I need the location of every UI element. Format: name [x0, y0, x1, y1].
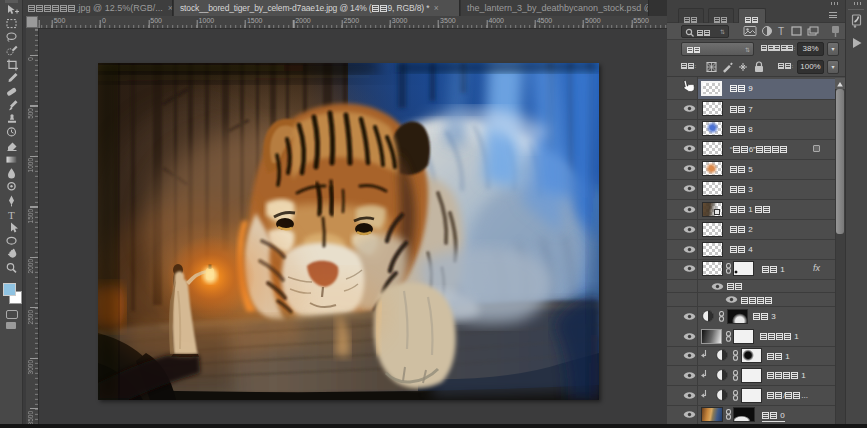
svg-text:T: T [8, 209, 15, 221]
svg-text:T: T [778, 26, 784, 37]
